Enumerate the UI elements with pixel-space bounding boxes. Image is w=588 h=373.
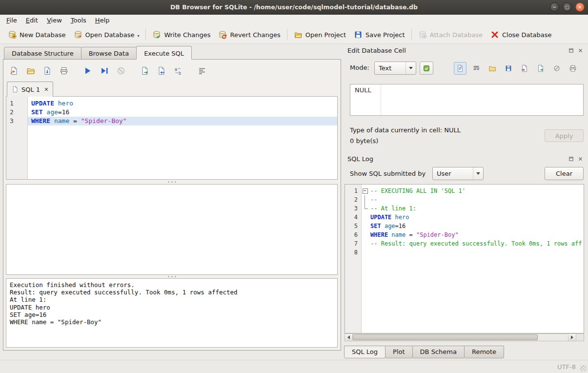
- button-label: Open Database: [85, 31, 135, 39]
- export-csv-button[interactable]: [139, 64, 151, 77]
- sql-editor[interactable]: 1UPDATE hero2SET age=163WHERE name = "Sp…: [6, 96, 338, 180]
- float-icon[interactable]: [568, 47, 574, 54]
- button-label: Revert Changes: [230, 31, 280, 39]
- log-text-line: SET age=16: [10, 311, 334, 318]
- resize-grip[interactable]: [580, 365, 587, 372]
- word-wrap-icon: [472, 64, 480, 72]
- fold-column: [362, 230, 368, 239]
- fold-marker-icon[interactable]: [362, 195, 368, 204]
- fold-marker-icon[interactable]: [362, 204, 368, 213]
- float-icon: [568, 156, 574, 162]
- mode-select[interactable]: Text: [374, 62, 416, 75]
- dock-tab-db-schema[interactable]: DB Schema: [412, 346, 465, 358]
- close-icon[interactable]: [577, 47, 584, 54]
- submitter-select[interactable]: User: [432, 167, 484, 180]
- splitter-handle[interactable]: [6, 275, 338, 278]
- scrollbar-track[interactable]: [353, 334, 568, 341]
- menu-view[interactable]: View: [42, 15, 66, 25]
- apply-format-button[interactable]: [420, 62, 433, 75]
- write-changes-button[interactable]: Write Changes: [148, 28, 214, 41]
- stop-icon: [117, 66, 125, 75]
- sql-file-icon: [12, 86, 19, 93]
- open-project-button[interactable]: Open Project: [290, 28, 350, 41]
- dock-tab-bar: SQL LogPlotDB SchemaRemote: [345, 346, 504, 358]
- dock-tab-remote[interactable]: Remote: [464, 346, 504, 358]
- float-icon: [568, 48, 574, 53]
- sql-tab-label: SQL 1: [21, 86, 40, 93]
- code-text: -- EXECUTING ALL IN 'SQL 1': [368, 186, 466, 195]
- attach-database-icon: [418, 30, 427, 39]
- close-button[interactable]: ✕: [575, 2, 585, 12]
- toolbar-separator: [287, 29, 287, 41]
- scrollbar-thumb[interactable]: [353, 334, 538, 340]
- code-text: --: [368, 195, 377, 204]
- open-database-button[interactable]: Open Database▾: [70, 28, 143, 41]
- horizontal-scrollbar[interactable]: [345, 333, 584, 341]
- find-replace-icon: ab: [174, 66, 182, 75]
- import-icon: [521, 64, 528, 72]
- print-button[interactable]: [567, 62, 579, 75]
- close-tab-icon[interactable]: ✕: [44, 86, 48, 93]
- save-file-button[interactable]: [502, 62, 515, 75]
- sql-log-dock-header: SQL Log: [345, 154, 584, 164]
- scroll-right-icon[interactable]: [568, 334, 576, 341]
- open-sql-file-button[interactable]: [24, 64, 37, 77]
- new-tab-button[interactable]: [8, 64, 20, 77]
- line-number: 2: [6, 108, 28, 117]
- format-sql-button[interactable]: [196, 64, 208, 77]
- svg-text:b: b: [179, 71, 181, 76]
- code-text: UPDATE hero: [368, 213, 409, 222]
- sql-log-title: SQL Log: [347, 155, 373, 163]
- save-view-button[interactable]: [155, 64, 168, 77]
- tab-browse-data[interactable]: Browse Data: [81, 47, 137, 60]
- word-wrap-button[interactable]: [470, 62, 483, 75]
- code-text: UPDATE hero: [28, 99, 337, 108]
- maximize-button[interactable]: ◻: [563, 2, 572, 12]
- fold-column: [362, 213, 368, 222]
- close-database-button[interactable]: Close Database: [487, 28, 556, 41]
- sql-tab[interactable]: SQL 1 ✕: [7, 82, 53, 97]
- open-project-icon: [294, 30, 303, 39]
- dock-tab-plot[interactable]: Plot: [385, 346, 413, 358]
- dropdown-caret-icon[interactable]: ▾: [137, 34, 139, 39]
- fold-marker-icon[interactable]: [362, 186, 368, 195]
- code-line: 8: [345, 248, 584, 257]
- code-line: 1UPDATE hero: [6, 99, 337, 108]
- open-file-button[interactable]: [486, 62, 499, 75]
- menu-tools[interactable]: Tools: [66, 15, 91, 25]
- open-file-icon: [488, 64, 496, 72]
- menu-file[interactable]: File: [2, 15, 21, 25]
- find-replace-button[interactable]: ab: [172, 64, 184, 77]
- title-bar[interactable]: DB Browser for SQLite - /home/user/code/…: [0, 0, 588, 15]
- splitter-handle[interactable]: [6, 180, 338, 184]
- float-icon[interactable]: [568, 155, 574, 162]
- open-sql-file-icon: [26, 66, 35, 75]
- revert-changes-button[interactable]: Revert Changes: [214, 28, 284, 41]
- cell-editor[interactable]: NULL: [350, 84, 584, 116]
- svg-text:a: a: [175, 67, 177, 72]
- execute-all-button[interactable]: [81, 64, 94, 77]
- set-null-button[interactable]: [550, 62, 563, 75]
- menu-help[interactable]: Help: [91, 15, 114, 25]
- tab-database-structure[interactable]: Database Structure: [4, 47, 81, 60]
- menu-edit[interactable]: Edit: [21, 15, 42, 25]
- save-file-icon: [505, 64, 512, 72]
- close-icon[interactable]: [577, 155, 584, 162]
- new-database-button[interactable]: New Database: [4, 28, 70, 41]
- minimize-button[interactable]: −: [550, 2, 559, 12]
- export-button[interactable]: [534, 62, 547, 75]
- clear-button[interactable]: Clear: [545, 167, 584, 180]
- save-project-button[interactable]: Save Project: [350, 28, 409, 41]
- text-format-button[interactable]: [454, 62, 466, 75]
- scroll-left-icon[interactable]: [345, 334, 353, 341]
- dock-tab-sql-log[interactable]: SQL Log: [344, 346, 385, 358]
- execute-line-button[interactable]: [98, 64, 111, 77]
- import-button[interactable]: [518, 62, 531, 75]
- code-text: SET age=16: [28, 108, 337, 117]
- save-sql-file-button[interactable]: [41, 64, 54, 77]
- line-number: 6: [345, 230, 362, 239]
- code-line: 2SET age=16: [6, 108, 337, 117]
- print-button[interactable]: [58, 64, 70, 77]
- tab-execute-sql[interactable]: Execute SQL: [136, 46, 192, 60]
- toolbar-separator: [411, 29, 412, 41]
